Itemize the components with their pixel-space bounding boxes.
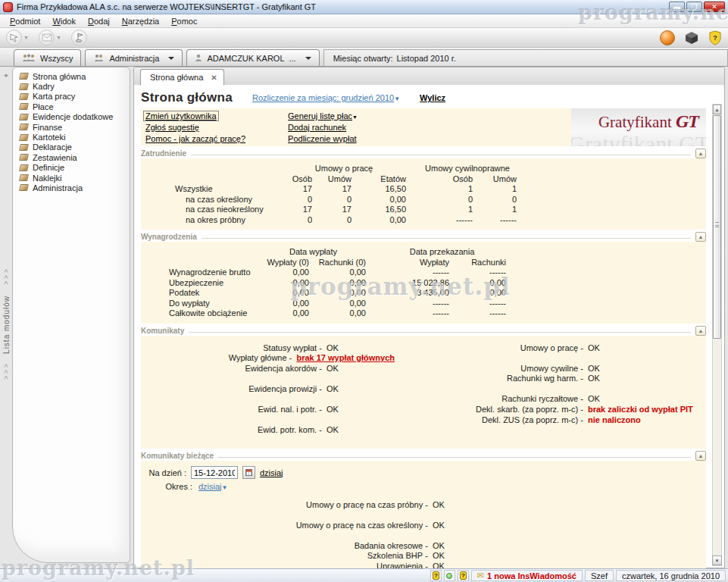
quick-link[interactable]: Zgłoś sugestię (144, 123, 201, 132)
status-value: nie naliczono (588, 415, 641, 426)
status-label: Wypłaty główne (141, 353, 296, 364)
employment-row: na czas nieokreślony 17 17 16,50 1 1 (141, 205, 706, 215)
settlement-month-link[interactable]: Rozliczenie za miesiąc: grudzień 2010 (252, 93, 400, 102)
period-label: Okres : (147, 482, 192, 491)
sidebar-item[interactable]: Płace (13, 102, 130, 111)
quick-links: Zmień użytkownikaZgłoś sugestięPomoc - j… (141, 108, 571, 146)
restore-button[interactable]: ❐ (686, 2, 702, 12)
collapse-section-button[interactable]: ▲ (695, 451, 706, 461)
status-row: Rachunki wg harm. OK (395, 374, 705, 384)
compute-link[interactable]: Wylicz (420, 93, 445, 102)
vertical-scrollbar[interactable]: ▲ ▼ (712, 104, 722, 566)
today-link[interactable]: dzisiaj (260, 468, 283, 477)
module-icon (19, 124, 29, 130)
tab-strona-glowna[interactable]: Strona główna ✕ (140, 69, 224, 86)
sidebar-item[interactable]: Karta pracy (13, 92, 130, 102)
scroll-up-arrow[interactable]: ▲ (713, 105, 721, 114)
cell-value: 17 (276, 205, 318, 215)
section-divider (191, 155, 691, 155)
status-label: Ewidencja prowizji (141, 384, 327, 395)
status-row: Ewid. nal. i potr. OK (141, 405, 395, 415)
menu-item[interactable]: Widok (47, 16, 81, 27)
sidebar-item[interactable]: Kadry (13, 81, 130, 91)
pointer-dropdown-arrow[interactable]: ▼ (23, 35, 31, 40)
scroll-down-arrow[interactable]: ▼ (712, 555, 722, 565)
sidebar-item[interactable]: Zestawienia (13, 152, 130, 162)
status-label: Badania okresowe (141, 541, 433, 552)
tab-all-employees[interactable]: Wszyscy (14, 49, 81, 66)
status-value: OK (588, 343, 600, 354)
sidebar-item[interactable]: Deklaracje (13, 142, 130, 152)
sidebar-item[interactable]: Naklejki (13, 173, 130, 183)
pin-icon[interactable]: ⌖ (4, 71, 8, 80)
sidebar-item[interactable]: Definicje (13, 163, 130, 173)
quick-link[interactable]: Dodaj rachunek (286, 123, 348, 132)
pointer-tool-button[interactable] (6, 30, 22, 45)
collapse-section-button[interactable]: ▲ (695, 149, 706, 158)
status-value: OK (588, 394, 600, 405)
cell-value: 0,00 (315, 308, 372, 319)
cell-value: 17 (318, 184, 358, 195)
sidebar-item[interactable]: Administracja (13, 183, 130, 192)
insmessage-text[interactable]: 1 nowa InsWiadomość (487, 571, 576, 580)
status-row: Ewidencja akordów OK (141, 364, 395, 374)
sidebar-item[interactable]: Finanse (13, 122, 130, 132)
status-label: Ewid. potr. kom. (141, 425, 327, 436)
chevron-down-icon[interactable] (168, 57, 174, 60)
tab-employee-adamczuk[interactable]: ADAMCZUK KAROL ... (186, 49, 319, 66)
flag-tool-button[interactable] (71, 30, 87, 45)
cell-value: 0,00 (315, 299, 372, 309)
status-row (141, 394, 395, 405)
module-list-strip[interactable]: ⌖ > > > Lista modułów > > > (0, 67, 12, 568)
sidebar-item[interactable]: Ewidencje dodatkowe (13, 112, 130, 122)
people-group-icon (93, 54, 105, 62)
status-row (141, 530, 706, 541)
collapse-section-button[interactable]: ▲ (695, 232, 706, 242)
menu-item[interactable]: Pomoc (166, 16, 202, 27)
chevron-icon: > > > (2, 364, 10, 380)
quick-link[interactable]: Podliczenie wypłat (286, 134, 358, 143)
sidebar-item[interactable]: Kartoteki (13, 132, 130, 142)
svg-text:?: ? (713, 34, 717, 42)
quick-link[interactable]: Pomoc - jak zacząć pracę? (144, 134, 247, 143)
date-input[interactable] (191, 466, 238, 479)
period-link[interactable]: dzisiaj (198, 482, 228, 491)
status-value: OK (327, 384, 339, 395)
tab-more[interactable]: ... (289, 54, 296, 63)
cell-value: ------ (372, 268, 455, 278)
current-date: czwartek, 16 grudnia 2010 (616, 570, 726, 581)
sidebar-item[interactable]: Strona główna (13, 71, 130, 81)
menu-item[interactable]: Podmiot (5, 16, 45, 27)
calendar-button[interactable] (242, 466, 255, 479)
column-header: Wypłaty (0) (255, 257, 315, 268)
chevron-down-icon[interactable] (305, 57, 311, 60)
cell-value: ------ (455, 308, 512, 319)
cell-value: 0,00 (358, 215, 412, 226)
date-label: Na dzień : (147, 468, 186, 477)
quick-link[interactable]: Zmień użytkownika (144, 111, 218, 120)
close-button[interactable]: ✕ (704, 2, 725, 12)
collapse-section-button[interactable]: ▲ (695, 326, 706, 336)
menu-item[interactable]: Narzędzia (117, 16, 165, 27)
help-shield-icon[interactable]: ? (708, 30, 722, 45)
message-dropdown-arrow[interactable]: ▼ (56, 35, 64, 40)
help-status-button[interactable]: ? (430, 570, 442, 581)
window-title: Firma Przykładowa ALA s.c. na serwerze W… (17, 2, 665, 11)
message-tool-button[interactable] (39, 30, 55, 45)
module-icon (19, 73, 29, 80)
envelope-icon: ✉ (477, 571, 484, 580)
insmessage-notice[interactable]: ✉ 1 nowa InsWiadomość (471, 570, 583, 581)
menu-item[interactable]: Dodaj (83, 16, 115, 27)
sidebar-item-label: Płace (33, 102, 54, 111)
scrollbar-thumb[interactable] (713, 115, 721, 339)
minimize-button[interactable]: ▬ (669, 2, 685, 12)
cell-value: 0,00 (315, 288, 372, 299)
close-tab-icon[interactable]: ✕ (211, 74, 217, 82)
cube-icon[interactable] (684, 30, 699, 45)
help-status-button[interactable]: ? (458, 570, 469, 581)
status-label: Umowy o pracę na czas określony (141, 521, 433, 531)
sidebar-item-label: Zestawienia (33, 153, 77, 162)
insert-sphere-icon[interactable] (660, 30, 675, 45)
quick-link[interactable]: Generuj listę płac (286, 111, 359, 120)
tab-administration[interactable]: Administracja (85, 49, 183, 66)
